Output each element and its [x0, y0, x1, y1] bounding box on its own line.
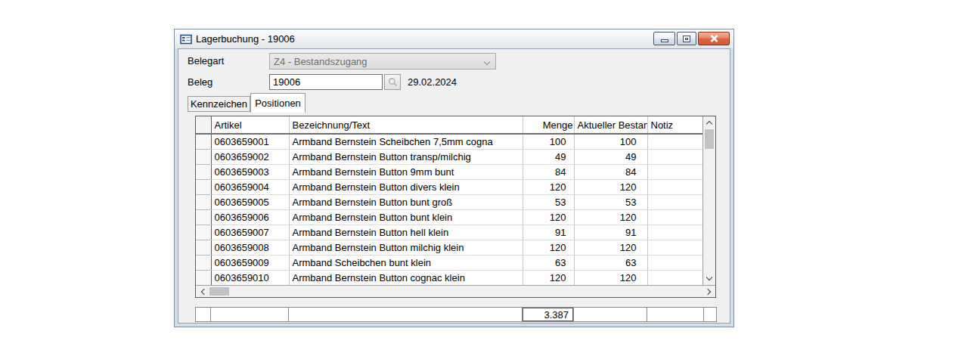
col-header-bezeichnung[interactable]: Bezeichnung/Text: [289, 116, 523, 134]
scroll-down-icon[interactable]: [703, 273, 715, 284]
cell-bestand[interactable]: 120: [574, 179, 647, 194]
row-selector[interactable]: [196, 240, 211, 255]
table-row: 0603659004 Armband Bernstein Button dive…: [196, 179, 702, 194]
window-title: Lagerbuchung - 19006: [196, 33, 295, 45]
horizontal-scroll-thumb[interactable]: [209, 287, 229, 296]
cell-bezeichnung[interactable]: Armband Bernstein Button milchig klein: [289, 240, 523, 255]
row-selector[interactable]: [196, 179, 211, 194]
maximize-button[interactable]: [677, 32, 696, 45]
cell-bestand[interactable]: 100: [574, 134, 647, 149]
vertical-scrollbar[interactable]: [702, 116, 715, 285]
col-header-menge[interactable]: Menge: [523, 116, 574, 134]
beleg-date: 29.02.2024: [408, 76, 457, 88]
cell-artikel[interactable]: 0603659003: [211, 164, 289, 179]
cell-menge[interactable]: 91: [523, 225, 574, 240]
cell-menge[interactable]: 120: [523, 240, 574, 255]
cell-menge[interactable]: 84: [523, 164, 574, 179]
cell-bestand[interactable]: 49: [574, 149, 647, 164]
beleg-search-button[interactable]: [384, 74, 401, 90]
cell-artikel[interactable]: 0603659007: [211, 225, 289, 240]
minimize-button[interactable]: [653, 32, 675, 45]
col-header-artikel[interactable]: Artikel: [211, 116, 289, 134]
row-selector[interactable]: [196, 149, 211, 164]
row-selector[interactable]: [196, 270, 211, 285]
row-selector[interactable]: [196, 134, 211, 149]
sum-end-cell: [704, 308, 717, 322]
cell-menge[interactable]: 100: [523, 134, 574, 149]
row-selector[interactable]: [196, 194, 211, 209]
cell-bezeichnung[interactable]: Armband Bernstein Button transp/milchig: [289, 149, 523, 164]
maximize-icon: [683, 36, 690, 42]
belegart-value: Z4 - Bestandszugang: [274, 56, 368, 67]
cell-bezeichnung[interactable]: Armband Bernstein Button 9mm bunt: [289, 164, 523, 179]
cell-bestand[interactable]: 120: [574, 209, 647, 225]
cell-bestand[interactable]: 120: [574, 270, 647, 285]
table-row: 0603659002 Armband Bernstein Button tran…: [196, 149, 702, 164]
dialog-client-area: Belegart Z4 - Bestandszugang Beleg 29.02…: [178, 48, 730, 324]
cell-menge[interactable]: 63: [523, 255, 574, 270]
cell-menge[interactable]: 120: [523, 209, 574, 225]
table-row: 0603659001 Armband Bernstein Scheibchen …: [196, 134, 702, 149]
cell-bezeichnung[interactable]: Armband Bernstein Button divers klein: [289, 179, 523, 194]
title-bar[interactable]: Lagerbuchung - 19006: [175, 29, 733, 48]
cell-notiz[interactable]: [647, 225, 702, 240]
cell-menge[interactable]: 49: [523, 149, 574, 164]
beleg-input[interactable]: [269, 74, 383, 90]
cell-notiz[interactable]: [647, 179, 702, 194]
scroll-left-icon[interactable]: [197, 286, 209, 297]
col-header-notiz[interactable]: Notiz: [647, 116, 702, 134]
cell-artikel[interactable]: 0603659004: [211, 179, 289, 194]
cell-artikel[interactable]: 0603659008: [211, 240, 289, 255]
sum-notiz-cell: [647, 308, 704, 322]
cell-artikel[interactable]: 0603659005: [211, 194, 289, 209]
belegart-label: Belegart: [188, 55, 224, 67]
tab-kennzeichen[interactable]: Kennzeichen: [188, 96, 250, 112]
row-selector[interactable]: [196, 209, 211, 225]
cell-bezeichnung[interactable]: Armband Bernstein Button bunt groß: [289, 194, 523, 209]
cell-artikel[interactable]: 0603659010: [211, 270, 289, 285]
cell-bestand[interactable]: 91: [574, 225, 647, 240]
cell-artikel[interactable]: 0603659006: [211, 209, 289, 225]
form-window-icon: [180, 33, 192, 45]
cell-notiz[interactable]: [647, 240, 702, 255]
col-header-bestand[interactable]: Aktueller Bestand: [574, 116, 647, 134]
row-selector[interactable]: [196, 164, 211, 179]
cell-notiz[interactable]: [647, 270, 702, 285]
table-row: 0603659003 Armband Bernstein Button 9mm …: [196, 164, 702, 179]
cell-artikel[interactable]: 0603659009: [211, 255, 289, 270]
close-button[interactable]: [698, 32, 730, 45]
cell-notiz[interactable]: [647, 209, 702, 225]
table-row: 0603659006 Armband Bernstein Button bunt…: [196, 209, 702, 225]
cell-notiz[interactable]: [647, 164, 702, 179]
cell-bestand[interactable]: 63: [574, 255, 647, 270]
cell-bestand[interactable]: 84: [574, 164, 647, 179]
cell-bezeichnung[interactable]: Armband Bernstein Scheibchen 7,5mm cogna: [289, 134, 523, 149]
horizontal-scrollbar[interactable]: [196, 285, 715, 297]
cell-notiz[interactable]: [647, 134, 702, 149]
close-icon: [710, 35, 718, 42]
cell-bezeichnung[interactable]: Armband Scheibchen bunt klein: [289, 255, 523, 270]
dialog-window: Lagerbuchung - 19006 Belegart Z4 - Besta…: [174, 29, 734, 327]
cell-menge[interactable]: 53: [523, 194, 574, 209]
cell-notiz[interactable]: [647, 255, 702, 270]
cell-artikel[interactable]: 0603659001: [211, 134, 289, 149]
col-header-selector[interactable]: [196, 116, 211, 134]
cell-bezeichnung[interactable]: Armband Bernstein Button bunt klein: [289, 209, 523, 225]
cell-artikel[interactable]: 0603659002: [211, 149, 289, 164]
cell-bestand[interactable]: 120: [574, 240, 647, 255]
header-row: Artikel Bezeichnung/Text Menge Aktueller…: [196, 116, 702, 134]
tab-positionen[interactable]: Positionen: [250, 93, 305, 113]
cell-menge[interactable]: 120: [523, 179, 574, 194]
cell-notiz[interactable]: [647, 149, 702, 164]
magnifier-icon: [388, 77, 398, 87]
cell-bezeichnung[interactable]: Armband Bernstein Button hell klein: [289, 225, 523, 240]
row-selector[interactable]: [196, 225, 211, 240]
cell-notiz[interactable]: [647, 194, 702, 209]
scroll-up-icon[interactable]: [703, 117, 715, 129]
scroll-right-icon[interactable]: [702, 286, 715, 297]
vertical-scroll-thumb[interactable]: [705, 129, 714, 149]
cell-bestand[interactable]: 53: [574, 194, 647, 209]
cell-bezeichnung[interactable]: Armband Bernstein Button cognac klein: [289, 270, 523, 285]
cell-menge[interactable]: 120: [523, 270, 574, 285]
row-selector[interactable]: [196, 255, 211, 270]
